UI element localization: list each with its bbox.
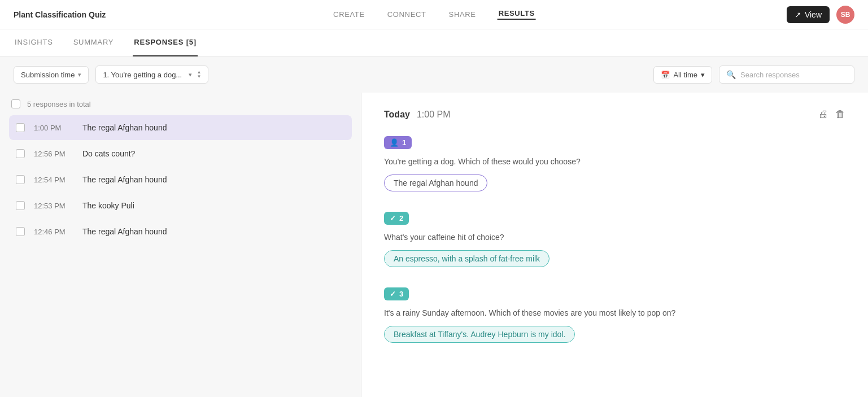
- response-answer: Do cats count?: [82, 149, 135, 158]
- answer-pill-1: The regal Afghan hound: [384, 174, 487, 191]
- response-time: 12:46 PM: [34, 228, 73, 236]
- app-title: Plant Classification Quiz: [14, 10, 106, 19]
- response-time: 1:00 PM: [34, 124, 73, 132]
- response-date: Today: [384, 110, 410, 120]
- right-panel: Today 1:00 PM 🖨 🗑 👤 1 You're getting a d…: [361, 93, 868, 397]
- question-badge-2: ✓ 2: [384, 212, 409, 225]
- question-text-2: What's your caffeine hit of choice?: [384, 232, 845, 243]
- response-answer: The regal Afghan hound: [82, 227, 167, 236]
- response-time: 12:54 PM: [34, 176, 73, 184]
- submission-time-filter[interactable]: Submission time ▾: [14, 66, 89, 84]
- question-badge-1: 👤 1: [384, 136, 412, 149]
- response-time: 12:56 PM: [34, 150, 73, 158]
- chevron-down-icon: ▾: [189, 71, 192, 78]
- search-icon: 🔍: [726, 70, 736, 79]
- response-actions: 🖨 🗑: [818, 108, 845, 120]
- check-icon: ✓: [390, 290, 396, 298]
- response-detail-time: 1:00 PM: [417, 110, 451, 120]
- response-row[interactable]: 12:54 PM The regal Afghan hound: [9, 167, 352, 192]
- question-block-1: 👤 1 You're getting a dog. Which of these…: [384, 136, 845, 191]
- time-range-filter[interactable]: 📅 All time ▾: [653, 66, 712, 84]
- nav-right: ↗ View SB: [787, 6, 854, 24]
- response-answer: The regal Afghan hound: [82, 175, 167, 184]
- nav-share[interactable]: SHARE: [448, 10, 477, 19]
- response-time: 12:53 PM: [34, 202, 73, 210]
- question-block-3: ✓ 3 It's a rainy Sunday afternoon. Which…: [384, 287, 845, 343]
- nav-create[interactable]: CREATE: [332, 10, 366, 19]
- sort-arrows-icon: ▲▼: [197, 70, 201, 79]
- nav-links: CREATE CONNECT SHARE RESULTS: [332, 9, 536, 20]
- search-box[interactable]: 🔍 Search responses: [719, 66, 854, 84]
- response-checkbox[interactable]: [16, 201, 25, 210]
- response-row[interactable]: 12:53 PM The kooky Puli: [9, 193, 352, 218]
- check-icon: ✓: [390, 214, 396, 223]
- question-filter[interactable]: 1. You're getting a dog... ▾ ▲▼: [95, 66, 208, 84]
- response-answer: The kooky Puli: [82, 201, 134, 210]
- calendar-icon: 📅: [661, 71, 670, 79]
- question-text-1: You're getting a dog. Which of these wou…: [384, 156, 845, 168]
- response-checkbox[interactable]: [16, 149, 25, 158]
- main-content: Submission time ▾ 1. You're getting a do…: [0, 56, 868, 397]
- tab-insights[interactable]: INSIGHTS: [14, 29, 54, 56]
- filter-bar: Submission time ▾ 1. You're getting a do…: [0, 56, 868, 93]
- sub-nav: INSIGHTS SUMMARY RESPONSES [5]: [0, 29, 868, 56]
- chevron-down-icon: ▾: [701, 71, 705, 79]
- response-checkbox[interactable]: [16, 175, 25, 184]
- answer-pill-3: Breakfast at Tiffany's. Audrey Hepburn i…: [384, 326, 575, 343]
- response-checkbox[interactable]: [16, 123, 25, 132]
- avatar: SB: [836, 6, 854, 24]
- response-row[interactable]: 12:46 PM The regal Afghan hound: [9, 219, 352, 244]
- print-icon[interactable]: 🖨: [818, 108, 828, 120]
- answer-pill-2: An espresso, with a splash of fat-free m…: [384, 250, 549, 267]
- response-row[interactable]: 1:00 PM The regal Afghan hound: [9, 115, 352, 140]
- question-badge-3: ✓ 3: [384, 287, 409, 300]
- question-text-3: It's a rainy Sunday afternoon. Which of …: [384, 307, 845, 319]
- response-row[interactable]: 12:56 PM Do cats count?: [9, 141, 352, 166]
- tab-responses[interactable]: RESPONSES [5]: [133, 29, 198, 56]
- responses-total: 5 responses in total: [9, 93, 352, 115]
- question-block-2: ✓ 2 What's your caffeine hit of choice? …: [384, 212, 845, 267]
- response-checkbox[interactable]: [16, 227, 25, 236]
- response-answer: The regal Afghan hound: [82, 123, 167, 132]
- view-button[interactable]: ↗ View: [787, 6, 830, 23]
- nav-results[interactable]: RESULTS: [498, 9, 536, 20]
- select-all-checkbox[interactable]: [11, 99, 20, 108]
- delete-icon[interactable]: 🗑: [835, 108, 845, 120]
- panels: 5 responses in total 1:00 PM The regal A…: [0, 93, 868, 397]
- top-nav: Plant Classification Quiz CREATE CONNECT…: [0, 0, 868, 29]
- chevron-down-icon: ▾: [78, 71, 81, 78]
- tab-summary[interactable]: SUMMARY: [72, 29, 115, 56]
- left-panel: 5 responses in total 1:00 PM The regal A…: [0, 93, 361, 397]
- person-icon: 👤: [390, 138, 399, 147]
- nav-connect[interactable]: CONNECT: [386, 10, 428, 19]
- response-detail-header: Today 1:00 PM 🖨 🗑: [384, 108, 845, 120]
- external-link-icon: ↗: [795, 10, 801, 19]
